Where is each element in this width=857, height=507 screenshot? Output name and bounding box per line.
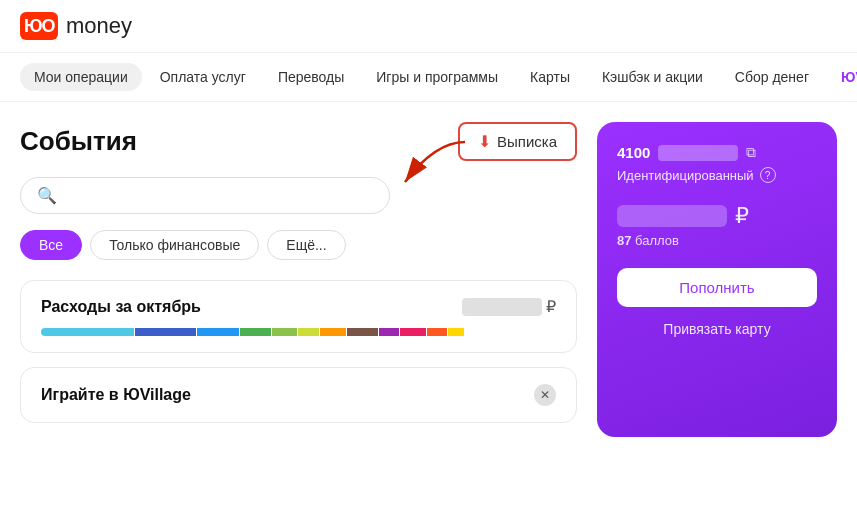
bar-seg-11	[427, 328, 448, 336]
ruble-symbol: ₽	[735, 203, 749, 229]
header: ЮО money	[0, 0, 857, 53]
village-card: Играйте в ЮVillage ✕	[20, 367, 577, 423]
points-label: баллов	[635, 233, 679, 248]
bar-seg-7	[320, 328, 346, 336]
copy-icon[interactable]: ⧉	[746, 144, 756, 161]
section-title: События	[20, 126, 137, 157]
export-label: Выписка	[497, 133, 557, 150]
nav-item-collect[interactable]: Сбор денег	[721, 63, 823, 91]
bar-seg-9	[379, 328, 400, 336]
close-button[interactable]: ✕	[534, 384, 556, 406]
account-masked	[658, 145, 738, 161]
account-row: 4100 ⧉	[617, 144, 817, 161]
help-icon[interactable]: ?	[760, 167, 776, 183]
nav-item-services[interactable]: Оплата услуг	[146, 63, 260, 91]
status-row: Идентифицированный ?	[617, 167, 817, 183]
filter-financial[interactable]: Только финансовые	[90, 230, 259, 260]
october-expenses-card: Расходы за октябрь ₽	[20, 280, 577, 353]
nav-item-youvillage[interactable]: ЮVillage	[827, 63, 857, 91]
nav-item-my-operations[interactable]: Мои операции	[20, 63, 142, 91]
nav-item-cards[interactable]: Карты	[516, 63, 584, 91]
nav-item-games[interactable]: Игры и программы	[362, 63, 512, 91]
topup-button[interactable]: Пополнить	[617, 268, 817, 307]
logo-icon: ЮО	[20, 12, 58, 40]
filter-row: Все Только финансовые Ещё...	[20, 230, 577, 260]
village-card-title: Играйте в ЮVillage	[41, 386, 191, 404]
nav-item-cashback[interactable]: Кэшбэк и акции	[588, 63, 717, 91]
main-nav: Мои операции Оплата услуг Переводы Игры …	[0, 53, 857, 102]
bar-seg-2	[135, 328, 197, 336]
search-box[interactable]: 🔍	[20, 177, 390, 214]
bar-seg-4	[240, 328, 271, 336]
bar-seg-5	[272, 328, 298, 336]
balance-row: ₽	[617, 203, 817, 229]
bar-seg-12	[448, 328, 463, 336]
download-icon: ⬇	[478, 132, 491, 151]
ruble-sign: ₽	[546, 297, 556, 316]
filter-all[interactable]: Все	[20, 230, 82, 260]
main-content: События ⬇ Выписка 🔍 Все Только финансовы…	[0, 102, 857, 457]
link-card-button[interactable]: Привязать карту	[617, 317, 817, 341]
search-input[interactable]	[65, 188, 373, 204]
bar-seg-8	[347, 328, 378, 336]
bar-seg-10	[400, 328, 426, 336]
search-icon: 🔍	[37, 186, 57, 205]
points-value: 87	[617, 233, 631, 248]
status-text: Идентифицированный	[617, 168, 754, 183]
bar-seg-6	[298, 328, 319, 336]
balance-masked	[617, 205, 727, 227]
points-text: 87 баллов	[617, 233, 817, 248]
section-header: События ⬇ Выписка	[20, 122, 577, 161]
left-panel: События ⬇ Выписка 🔍 Все Только финансовы…	[20, 122, 577, 437]
account-card: 4100 ⧉ Идентифицированный ? ₽ 87 баллов …	[597, 122, 837, 437]
card-title: Расходы за октябрь	[41, 298, 201, 316]
account-number: 4100	[617, 144, 650, 161]
card-amount: ₽	[462, 297, 556, 316]
card-header: Расходы за октябрь ₽	[41, 297, 556, 316]
svg-text:ЮО: ЮО	[24, 16, 56, 36]
export-button[interactable]: ⬇ Выписка	[458, 122, 577, 161]
bar-seg-3	[197, 328, 238, 336]
village-card-header: Играйте в ЮVillage ✕	[41, 384, 556, 406]
logo: ЮО money	[20, 12, 132, 40]
nav-item-transfers[interactable]: Переводы	[264, 63, 358, 91]
bar-seg-1	[41, 328, 134, 336]
expense-bar	[41, 328, 556, 336]
filter-more[interactable]: Ещё...	[267, 230, 345, 260]
logo-text: money	[66, 13, 132, 39]
amount-placeholder	[462, 298, 542, 316]
